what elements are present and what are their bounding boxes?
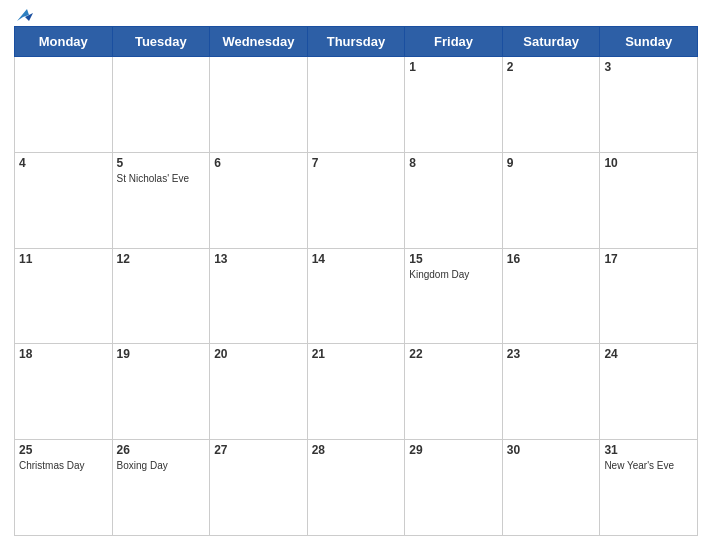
col-friday: Friday	[405, 27, 503, 57]
day-number: 18	[19, 347, 108, 361]
calendar-day-cell: 22	[405, 344, 503, 440]
calendar-day-cell: 5St Nicholas' Eve	[112, 152, 210, 248]
day-number: 2	[507, 60, 596, 74]
day-number: 29	[409, 443, 498, 457]
calendar-day-cell: 14	[307, 248, 405, 344]
logo	[14, 5, 33, 23]
day-number: 12	[117, 252, 206, 266]
day-number: 8	[409, 156, 498, 170]
day-number: 27	[214, 443, 303, 457]
calendar-day-cell: 31New Year's Eve	[600, 440, 698, 536]
day-number: 28	[312, 443, 401, 457]
day-number: 26	[117, 443, 206, 457]
logo-bird-icon	[15, 7, 33, 23]
calendar-week-row-1: 123	[15, 57, 698, 153]
holiday-name: Boxing Day	[117, 459, 206, 472]
day-number: 7	[312, 156, 401, 170]
calendar-day-cell: 15Kingdom Day	[405, 248, 503, 344]
col-wednesday: Wednesday	[210, 27, 308, 57]
day-number: 15	[409, 252, 498, 266]
calendar-day-cell: 29	[405, 440, 503, 536]
day-number: 1	[409, 60, 498, 74]
calendar-week-row-5: 25Christmas Day26Boxing Day2728293031New…	[15, 440, 698, 536]
day-number: 20	[214, 347, 303, 361]
day-number: 24	[604, 347, 693, 361]
calendar-day-cell: 18	[15, 344, 113, 440]
calendar-day-cell: 25Christmas Day	[15, 440, 113, 536]
calendar-day-cell	[307, 57, 405, 153]
day-number: 22	[409, 347, 498, 361]
day-number: 19	[117, 347, 206, 361]
calendar-day-cell: 2	[502, 57, 600, 153]
calendar-week-row-4: 18192021222324	[15, 344, 698, 440]
col-sunday: Sunday	[600, 27, 698, 57]
day-number: 4	[19, 156, 108, 170]
logo-blue-text	[14, 5, 33, 23]
calendar-day-cell: 9	[502, 152, 600, 248]
calendar-day-cell: 30	[502, 440, 600, 536]
calendar-day-cell: 21	[307, 344, 405, 440]
day-number: 31	[604, 443, 693, 457]
calendar-day-cell: 19	[112, 344, 210, 440]
calendar-day-cell: 24	[600, 344, 698, 440]
calendar-week-row-3: 1112131415Kingdom Day1617	[15, 248, 698, 344]
calendar-day-cell: 23	[502, 344, 600, 440]
calendar-day-cell: 10	[600, 152, 698, 248]
day-number: 3	[604, 60, 693, 74]
calendar-week-row-2: 45St Nicholas' Eve678910	[15, 152, 698, 248]
day-number: 13	[214, 252, 303, 266]
calendar-day-cell	[15, 57, 113, 153]
calendar-container: Monday Tuesday Wednesday Thursday Friday…	[0, 0, 712, 550]
calendar-day-cell: 26Boxing Day	[112, 440, 210, 536]
calendar-day-cell: 3	[600, 57, 698, 153]
day-number: 5	[117, 156, 206, 170]
holiday-name: Kingdom Day	[409, 268, 498, 281]
weekday-header-row: Monday Tuesday Wednesday Thursday Friday…	[15, 27, 698, 57]
day-number: 10	[604, 156, 693, 170]
day-number: 14	[312, 252, 401, 266]
col-monday: Monday	[15, 27, 113, 57]
calendar-day-cell: 1	[405, 57, 503, 153]
day-number: 16	[507, 252, 596, 266]
calendar-day-cell: 8	[405, 152, 503, 248]
calendar-day-cell: 12	[112, 248, 210, 344]
holiday-name: Christmas Day	[19, 459, 108, 472]
day-number: 25	[19, 443, 108, 457]
holiday-name: New Year's Eve	[604, 459, 693, 472]
col-tuesday: Tuesday	[112, 27, 210, 57]
col-thursday: Thursday	[307, 27, 405, 57]
calendar-table: Monday Tuesday Wednesday Thursday Friday…	[14, 26, 698, 536]
calendar-day-cell: 13	[210, 248, 308, 344]
day-number: 9	[507, 156, 596, 170]
calendar-day-cell: 7	[307, 152, 405, 248]
day-number: 30	[507, 443, 596, 457]
day-number: 11	[19, 252, 108, 266]
calendar-day-cell: 17	[600, 248, 698, 344]
calendar-day-cell: 20	[210, 344, 308, 440]
calendar-day-cell	[210, 57, 308, 153]
calendar-day-cell	[112, 57, 210, 153]
col-saturday: Saturday	[502, 27, 600, 57]
calendar-day-cell: 4	[15, 152, 113, 248]
calendar-day-cell: 28	[307, 440, 405, 536]
calendar-day-cell: 11	[15, 248, 113, 344]
calendar-header	[14, 10, 698, 18]
day-number: 6	[214, 156, 303, 170]
day-number: 21	[312, 347, 401, 361]
day-number: 17	[604, 252, 693, 266]
calendar-day-cell: 27	[210, 440, 308, 536]
calendar-day-cell: 16	[502, 248, 600, 344]
holiday-name: St Nicholas' Eve	[117, 172, 206, 185]
calendar-day-cell: 6	[210, 152, 308, 248]
day-number: 23	[507, 347, 596, 361]
